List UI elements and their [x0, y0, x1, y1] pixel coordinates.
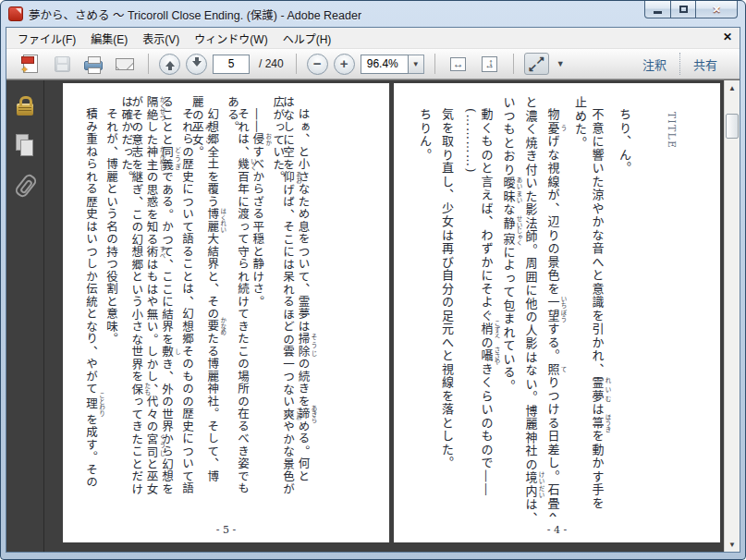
text-column: (…………) [456, 96, 478, 517]
save-button[interactable] [49, 52, 75, 76]
title-bar: 夢から、さめる ～ Tricoroll Close Ending. (保護) -… [1, 1, 745, 27]
close-button[interactable]: ✕ [696, 1, 738, 18]
ruby-annotated-text: 仰あお [281, 171, 295, 184]
text-run: 積み重ねられる歴史はいつしか伝統となり、やがて [84, 108, 98, 396]
text-run: の続きを [297, 358, 311, 408]
text-run: それが、博麗という名の持つ役割と意味。 [104, 108, 118, 346]
toolbar-right-group: 注釈 共有 [630, 49, 730, 79]
ruby-annotated-text: 霊夢れいむ [591, 376, 605, 403]
text-column: ちりん。 [411, 96, 434, 517]
text-run: げな視線が、辺りの景色を [546, 135, 560, 296]
print-button[interactable] [80, 52, 106, 76]
toolbar-separator [513, 54, 514, 74]
ruby-annotated-text: 同義どうぎ [160, 146, 174, 171]
ruby-annotated-text: 宮司ぐうじ [145, 433, 159, 458]
text-run: すべからざる平穏と静けさ。 [251, 145, 264, 308]
toolbar: / 240 − + 96.4% ▼ ↔ ▼ 注釈 共有 [6, 49, 740, 79]
zoom-in-button[interactable]: + [334, 54, 355, 75]
ruby-annotated-text: 理ことわり [84, 395, 98, 413]
pages-container: はぁ、と小さなため息をついて、霊夢は掃除そうじの続きを諦あきらめる。何とはなしに… [44, 80, 724, 552]
paperclip-icon [15, 173, 35, 197]
text-column: 止めた。 [567, 96, 589, 517]
plus-icon: + [340, 56, 349, 70]
text-run: ちりん。 [418, 108, 432, 162]
text-run: それは、 [236, 108, 250, 158]
text-run: な [502, 203, 516, 217]
create-pdf-icon [23, 55, 38, 73]
ruby-annotated-text: 静寂せいじゃく [502, 217, 516, 246]
scroll-up-icon: ▲ [728, 84, 736, 92]
text-run: ることと [160, 96, 174, 146]
reading-mode-button[interactable] [524, 53, 549, 75]
text-run: は、 [524, 498, 538, 517]
page-thumbnails-button[interactable] [14, 133, 36, 157]
ruby-annotated-text: 博麗はくれい [205, 208, 219, 233]
attachments-button[interactable] [14, 173, 36, 197]
page-number-input[interactable] [213, 55, 250, 74]
fit-page-button[interactable] [477, 52, 503, 76]
minimize-icon [654, 11, 662, 14]
text-column: 幻想郷全土を覆う博麗はくれい大結界と、その要かなめたる博麗神社。そして、博 [211, 96, 226, 517]
text-column: はぁ、と小さなため息をついて、霊夢は掃除そうじの続きを諦あきらめる。何と [302, 96, 317, 517]
text-run: き、外の世界から幻想を [160, 359, 174, 496]
ruby-annotated-text: 境内けいだい [524, 471, 538, 498]
next-page-button[interactable] [186, 54, 207, 75]
scrollbar-thumb[interactable] [726, 114, 739, 139]
menu-item[interactable]: ヘルプ(H) [275, 28, 339, 49]
zoom-dropdown-button[interactable]: ▼ [409, 55, 424, 74]
ruby-annotated-text: 箒ほうき [591, 417, 605, 431]
reading-mode-dropdown-icon[interactable]: ▼ [556, 59, 565, 68]
navigation-sidebar [6, 80, 44, 552]
text-run: はなしに空を [281, 96, 295, 171]
text-run: (…………) [464, 108, 478, 174]
previous-page-button[interactable] [159, 54, 180, 75]
text-run: 。 [190, 146, 204, 159]
ruby-annotated-text: 要かなめ [205, 320, 219, 333]
ruby-annotated-text: 爽さわ [281, 408, 295, 421]
zoom-out-button[interactable]: − [307, 54, 328, 75]
text-run: 不意に響いた涼やかな音へと意識を引かれ、 [591, 108, 605, 376]
pdf-page-left: はぁ、と小さなため息をついて、霊夢は掃除そうじの続きを諦あきらめる。何とはなしに… [63, 83, 389, 542]
text-run: する。 [546, 323, 560, 363]
window-title: 夢から、さめる ～ Tricoroll Close Ending. (保護) -… [29, 6, 361, 23]
menu-item[interactable]: 表示(V) [135, 28, 187, 49]
fit-width-button[interactable]: ↔ [446, 52, 471, 76]
menu-item[interactable]: ウィンドウ(W) [187, 28, 275, 49]
security-panel-button[interactable] [14, 93, 36, 117]
document-workspace: はぁ、と小さなため息をついて、霊夢は掃除そうじの続きを諦あきらめる。何とはなしに… [6, 79, 740, 552]
scroll-down-button[interactable]: ▼ [725, 537, 740, 552]
minimize-button[interactable] [644, 1, 671, 18]
text-run: TITLE [667, 112, 678, 149]
scroll-down-icon: ▼ [728, 541, 736, 549]
text-run: りつける日差し。石畳へ [546, 376, 560, 517]
text-run: 麗の [190, 96, 204, 121]
text-run: いつもとおり [502, 96, 516, 177]
annotations-button[interactable]: 注釈 [630, 55, 679, 73]
text-run: 百年に渡って守られ続けてきたこの場所の在るべき姿でも [236, 170, 250, 494]
vertical-scrollbar[interactable]: ▲ ▼ [724, 80, 740, 552]
text-run: はぁ、と小さなため息をついて、霊夢は [297, 108, 311, 333]
text-run: がその意志を継ぎ、この幻想郷という小さな世界を [129, 96, 143, 383]
scrollbar-track[interactable] [725, 95, 740, 537]
share-button[interactable]: 共有 [680, 55, 730, 73]
ruby-annotated-text: 隔絶かくぜつ [145, 96, 159, 121]
lock-icon [17, 103, 33, 116]
create-pdf-button[interactable] [18, 52, 43, 76]
text-run: ―― [251, 108, 264, 133]
text-run: それらの歴史について語ることは、幻想郷そのものの歴史について語 [180, 108, 194, 495]
close-icon: ✕ [712, 4, 720, 16]
menu-items: ファイル(F)編集(E)表示(V)ウィンドウ(W)ヘルプ(H) [10, 28, 338, 49]
email-button[interactable] [112, 52, 138, 76]
scroll-up-button[interactable]: ▲ [725, 80, 740, 95]
chevron-down-icon: ▼ [412, 60, 420, 68]
menu-item[interactable]: ファイル(F) [10, 28, 83, 49]
page-number-label: - 5 - [63, 524, 389, 536]
toolbar-separator [148, 54, 149, 74]
print-icon [84, 61, 103, 70]
menu-item[interactable]: 編集(E) [83, 28, 135, 49]
ruby-annotated-text: 巫女みこ [190, 121, 204, 146]
maximize-button[interactable] [671, 1, 696, 18]
close-document-icon[interactable]: ✕ [723, 30, 732, 43]
zoom-level-combo[interactable]: 96.4% ▼ [361, 55, 424, 74]
zoom-level-value[interactable]: 96.4% [361, 55, 409, 74]
